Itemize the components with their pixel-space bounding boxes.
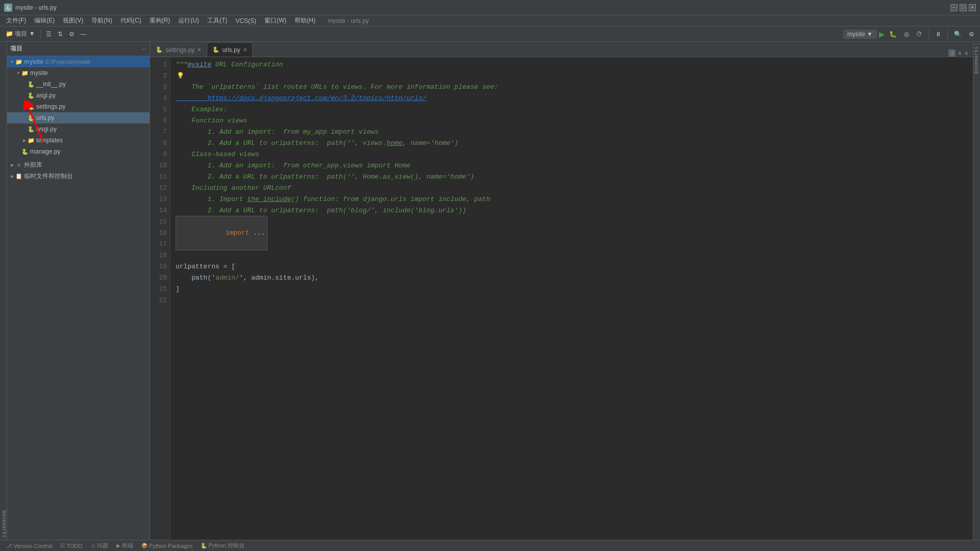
coverage-button[interactable]: ◎ (901, 30, 912, 39)
minimize-button[interactable]: ─ (950, 4, 958, 11)
main-layout: Bookmarks 项目 — ▼ 📁 mysite E (0, 42, 980, 540)
tree-file-asgi[interactable]: 🐍 asgi.py (7, 90, 150, 101)
console-icon: 🐍 (201, 543, 207, 548)
close-button[interactable]: ✕ (969, 4, 976, 11)
tab-todo-label: TODO (66, 543, 83, 549)
panel-collapse-button[interactable]: — (140, 45, 146, 53)
toolbar-separator-1 (40, 30, 41, 39)
folder-icon: 📁 (6, 30, 13, 37)
debug-button[interactable]: 🐛 (887, 30, 899, 39)
tab-urls[interactable]: 🐍 urls.py ✕ (207, 42, 252, 57)
line-num-3: 3 (150, 82, 167, 93)
panel-actions: — (140, 45, 146, 53)
menu-run[interactable]: 运行(U) (174, 15, 203, 26)
tree-folder-templates[interactable]: ▶ 📁 templates (7, 135, 150, 146)
toolbar-separator-3 (947, 30, 948, 39)
tree-file-wsgi[interactable]: 🐍 wsgi.py (7, 123, 150, 135)
code-line-21: ] (176, 284, 973, 295)
line-num-20: 20 (150, 272, 167, 284)
settings-button[interactable]: ⚙ (66, 30, 77, 39)
tree-arrow-templates: ▶ (21, 137, 28, 143)
menu-bar: 文件(F) 编辑(E) 视图(V) 导航(N) 代码(C) 重构(R) 运行(U… (0, 15, 980, 27)
title-bar: 🐍 mysite - urls.py ─ □ ✕ (0, 0, 980, 15)
tree-temp-files[interactable]: ▶ 📋 临时文件和控制台 (7, 170, 150, 182)
settings-main-button[interactable]: ⚙ (966, 30, 977, 39)
right-panel-label[interactable]: Bookmarks (973, 44, 980, 76)
window-title: mysite - urls.py (15, 4, 57, 11)
toolbar-separator-2 (928, 30, 929, 39)
menu-vcs[interactable]: VCS(S) (231, 16, 260, 26)
tree-external-libs[interactable]: ▶ ≡ 外部库 (7, 159, 150, 170)
py-icon-wsgi: 🐍 (28, 126, 35, 133)
editor-breadcrumb: 3 ∧ ∨ (948, 49, 973, 57)
py-icon-urls: 🐍 (28, 114, 35, 121)
tree-label-init: __init__.py (36, 81, 66, 88)
code-line-12: Including another URLconf (176, 183, 973, 194)
tree-file-settings[interactable]: 🐍 settings.py (7, 101, 150, 112)
tab-version-control[interactable]: ⎇ Version Control (3, 542, 55, 550)
editor-content[interactable]: 1 2 3 4 5 6 7 8 9 10 11 12 13 14 15 16 1… (150, 57, 973, 540)
menu-window[interactable]: 窗口(W) (260, 15, 290, 26)
tree-label-external: 外部库 (24, 161, 42, 169)
py-icon-settings: 🐍 (28, 103, 35, 110)
tab-python-console[interactable]: 🐍 Python 控制台 (198, 541, 247, 550)
tab-terminal[interactable]: ▶ 终端 (113, 541, 136, 550)
py-icon-asgi: 🐍 (28, 92, 35, 99)
tree-arrow-asgi (21, 92, 28, 98)
left-side-tabs: Bookmarks (0, 42, 7, 540)
menu-navigate[interactable]: 导航(N) (87, 15, 116, 26)
maximize-button[interactable]: □ (960, 4, 967, 11)
close-panel-button[interactable]: — (78, 30, 89, 39)
menu-help[interactable]: 帮助(H) (290, 15, 320, 26)
main-toolbar: 📁 项目 ▼ ☰ ⇅ ⚙ — mysite ▼ ▶ 🐛 ◎ ⏱ ⏸ 🔍 ⚙ (0, 27, 980, 42)
menu-edit[interactable]: 编辑(E) (30, 15, 59, 26)
line-num-10: 10 (150, 160, 167, 171)
tree-file-init[interactable]: 🐍 __init__.py (7, 79, 150, 90)
tree-file-manage[interactable]: 🐍 manage.py (7, 146, 150, 157)
menu-tools[interactable]: 工具(T) (203, 15, 231, 26)
run-button[interactable]: ▶ (879, 30, 885, 38)
structure-button[interactable]: ☰ (43, 30, 54, 39)
menu-code[interactable]: 代码(C) (116, 15, 145, 26)
project-view-button[interactable]: 📁 项目 ▼ (3, 29, 38, 39)
tree-file-urls[interactable]: 🐍 urls.py (7, 112, 150, 123)
project-name-display: mysite - urls.py (328, 17, 369, 24)
bookmarks-label[interactable]: Bookmarks (0, 508, 7, 540)
chevron-up-icon[interactable]: ∧ (958, 49, 962, 57)
code-line-17 (176, 239, 973, 250)
profile-button[interactable]: ⏱ (914, 30, 925, 39)
packages-icon: 📦 (141, 543, 148, 548)
code-line-8: 2. Add a URL to urlpatterns: path('', vi… (176, 138, 973, 149)
tree-folder-mysite[interactable]: ▼ 📁 mysite (7, 67, 150, 79)
menu-refactor[interactable]: 重构(R) (145, 15, 175, 26)
tab-bar: 🐍 settings.py ✕ 🐍 urls.py ✕ 3 ∧ ∨ (150, 42, 973, 57)
tree-arrow-settings (21, 104, 28, 110)
search-everywhere-button[interactable]: 🔍 (951, 30, 964, 39)
line-num-5: 5 (150, 104, 167, 115)
chevron-down-icon[interactable]: ∨ (964, 49, 969, 57)
sort-button[interactable]: ⇅ (55, 30, 65, 39)
tree-arrow-urls (21, 115, 28, 121)
tab-settings-close[interactable]: ✕ (197, 47, 201, 53)
tab-problems[interactable]: ⚠ 问题 (88, 541, 111, 550)
tab-settings[interactable]: 🐍 settings.py ✕ (150, 42, 207, 57)
mysite-run-config[interactable]: mysite ▼ (843, 30, 877, 39)
line-num-8: 8 (150, 138, 167, 149)
menu-file[interactable]: 文件(F) (2, 15, 30, 26)
menu-view[interactable]: 视图(V) (59, 15, 87, 26)
bottom-tabs: ⎇ Version Control ☑ TODO ⚠ 问题 ▶ 终端 📦 Pyt… (0, 540, 980, 551)
tab-urls-close[interactable]: ✕ (243, 47, 247, 53)
folder-icon-templates: 📁 (28, 137, 35, 144)
tree-root-mysite[interactable]: ▼ 📁 mysite E:\Projects\mysite (7, 56, 150, 67)
tab-todo[interactable]: ☑ TODO (57, 542, 86, 550)
tab-python-packages[interactable]: 📦 Python Packages (138, 542, 196, 550)
tree-arrow-manage (15, 148, 21, 155)
line-num-15: 15 (150, 216, 167, 228)
bulb-icon: 💡 (177, 70, 184, 82)
pause-button[interactable]: ⏸ (933, 30, 944, 39)
line-num-18: 18 (150, 250, 167, 261)
vcs-icon: ⎇ (6, 543, 12, 548)
terminal-icon: ▶ (116, 543, 120, 548)
tree-label-templates: templates (36, 137, 63, 144)
code-editor[interactable]: """mysite URL Configuration 💡 The `urlpa… (170, 57, 973, 540)
